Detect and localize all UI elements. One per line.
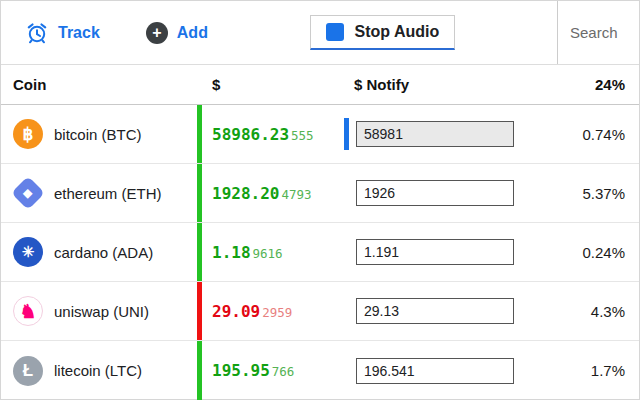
table-row: ✳ cardano (ADA) 1.189616 0.24% [1,223,639,282]
uniswap-icon: ♞ [13,296,43,326]
price-frac: 555 [291,128,314,143]
notify-cell [342,105,532,163]
price-value: 29.092959 [202,302,342,321]
notify-cell [342,282,532,340]
price-main: 1928.20 [212,184,279,203]
table-row: ฿ bitcoin (BTC) 58986.23555 0.74% [1,105,639,164]
header-price: $ [202,76,342,93]
stop-square-icon [326,23,344,41]
litecoin-icon: Ł [13,356,43,386]
alarm-clock-icon [25,21,49,45]
price-main: 1.18 [212,243,251,262]
price-frac: 9616 [253,246,283,261]
table-row: ♞ uniswap (UNI) 29.092959 4.3% [1,282,639,341]
notify-input[interactable] [356,239,514,265]
notify-cell [342,223,532,281]
price-value: 58986.23555 [202,125,342,144]
coin-name: ethereum (ETH) [54,185,162,202]
stop-audio-label: Stop Audio [355,23,440,41]
notify-input[interactable] [356,298,514,324]
notify-cell [342,341,532,400]
notify-input[interactable] [356,358,514,384]
price-main: 29.09 [212,302,260,321]
notify-input[interactable] [356,121,514,147]
change-value: 0.24% [532,244,639,261]
search-input[interactable] [557,1,639,64]
price-value: 195.95766 [202,361,342,380]
selected-indicator [344,118,349,150]
coin-name: cardano (ADA) [54,244,153,261]
cardano-icon: ✳ [13,237,43,267]
change-value: 4.3% [532,303,639,320]
price-main: 58986.23 [212,125,289,144]
price-value: 1.189616 [202,243,342,262]
change-value: 5.37% [532,185,639,202]
price-value: 1928.204793 [202,184,342,203]
coin-cell: ◆ ethereum (ETH) [1,181,197,205]
coin-cell: ♞ uniswap (UNI) [1,296,197,326]
change-value: 0.74% [532,126,639,143]
price-main: 195.95 [212,361,270,380]
change-value: 1.7% [532,362,639,379]
add-button[interactable]: + Add [146,22,208,44]
coin-cell: ฿ bitcoin (BTC) [1,119,197,149]
stop-audio-button[interactable]: Stop Audio [310,15,456,50]
price-frac: 4793 [281,187,311,202]
track-label: Track [58,24,100,42]
table-row: ◆ ethereum (ETH) 1928.204793 5.37% [1,164,639,223]
table-header-row: Coin $ $ Notify 24% [1,65,639,105]
coin-name: uniswap (UNI) [54,303,149,320]
plus-icon: + [146,22,168,44]
ethereum-icon: ◆ [11,176,45,210]
add-label: Add [177,24,208,42]
table-row: Ł litecoin (LTC) 195.95766 1.7% [1,341,639,400]
header-change: 24% [532,76,639,93]
coin-cell: Ł litecoin (LTC) [1,356,197,386]
notify-cell [342,164,532,222]
price-frac: 766 [272,364,295,379]
track-button[interactable]: Track [25,21,100,45]
toolbar: Track + Add Stop Audio [1,1,639,65]
coin-cell: ✳ cardano (ADA) [1,237,197,267]
notify-input[interactable] [356,180,514,206]
header-notify: $ Notify [342,76,532,93]
crypto-tracker-popup: Track + Add Stop Audio Coin $ $ Notify 2… [0,0,640,400]
header-coin: Coin [1,76,197,93]
coin-name: litecoin (LTC) [54,362,142,379]
price-frac: 2959 [262,305,292,320]
bitcoin-icon: ฿ [13,119,43,149]
coin-name: bitcoin (BTC) [54,126,142,143]
